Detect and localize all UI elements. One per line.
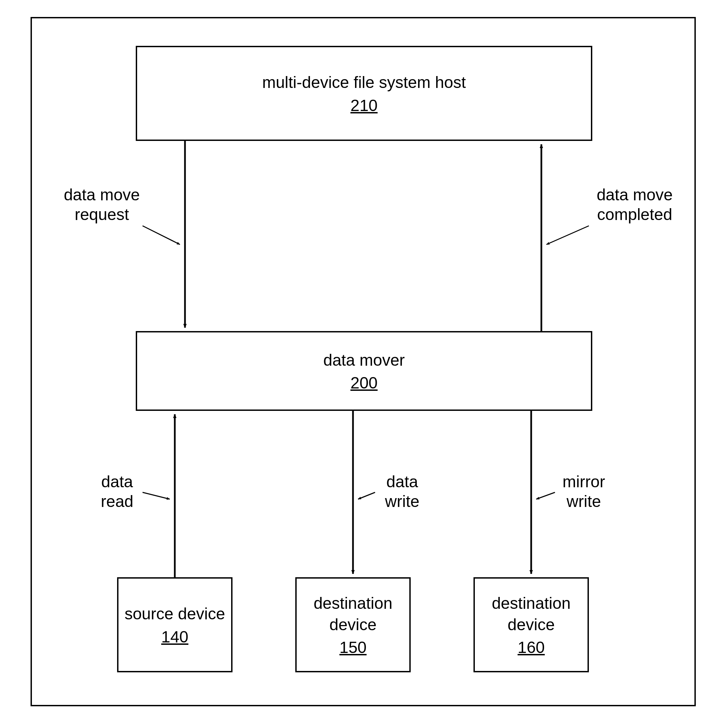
request-l1: data move xyxy=(64,186,140,204)
mirror-l2: write xyxy=(567,492,601,510)
write-label: data write xyxy=(377,472,428,511)
diagram-container: multi-device file system host 210 data m… xyxy=(0,0,726,728)
dest1-box: destination device 150 xyxy=(295,577,411,672)
read-l1: data xyxy=(101,473,133,491)
completed-l2: completed xyxy=(597,205,672,223)
write-l2: write xyxy=(385,492,419,510)
completed-l1: data move xyxy=(597,186,673,204)
write-l1: data xyxy=(386,473,418,491)
mirror-l1: mirror xyxy=(562,473,605,491)
mover-ref: 200 xyxy=(350,373,378,392)
dest1-title-l1: destination xyxy=(313,593,392,614)
dest2-ref: 160 xyxy=(518,638,545,657)
mirror-label: mirror write xyxy=(556,472,611,511)
dest2-title-l2: device xyxy=(492,614,570,635)
dest2-box: destination device 160 xyxy=(474,577,589,672)
completed-label: data move completed xyxy=(591,185,679,224)
dest1-title-l2: device xyxy=(313,614,392,635)
read-label: data read xyxy=(92,472,142,511)
source-ref: 140 xyxy=(161,627,188,646)
host-title: multi-device file system host xyxy=(262,72,466,93)
read-l2: read xyxy=(101,492,133,510)
dest2-title-l1: destination xyxy=(492,593,570,614)
mover-title: data mover xyxy=(323,350,405,371)
request-label: data move request xyxy=(58,185,146,224)
source-box: source device 140 xyxy=(117,577,232,672)
source-title: source device xyxy=(125,603,225,624)
request-l2: request xyxy=(75,205,129,223)
host-ref: 210 xyxy=(350,96,378,115)
mover-box: data mover 200 xyxy=(136,331,592,411)
host-box: multi-device file system host 210 xyxy=(136,46,592,141)
dest1-ref: 150 xyxy=(339,638,367,657)
